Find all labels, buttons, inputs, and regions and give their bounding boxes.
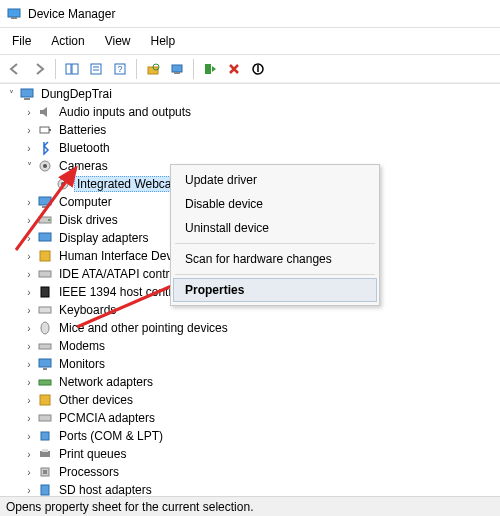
chevron-right-icon[interactable]: › (22, 429, 36, 443)
display-icon (37, 230, 53, 246)
chevron-right-icon[interactable]: › (22, 231, 36, 245)
svg-rect-34 (39, 359, 51, 367)
tree-label: IEEE 1394 host contro (56, 284, 182, 300)
chevron-right-icon[interactable]: › (22, 483, 36, 496)
pcmcia-icon (37, 410, 53, 426)
show-hide-tree-button[interactable] (61, 58, 83, 80)
chevron-right-icon[interactable]: › (22, 339, 36, 353)
chevron-right-icon[interactable]: › (22, 447, 36, 461)
svg-rect-13 (205, 64, 211, 74)
chevron-right-icon[interactable]: › (22, 123, 36, 137)
svg-rect-39 (41, 432, 49, 440)
tree-root[interactable]: ˅ DungDepTrai (0, 85, 500, 103)
ctx-separator (175, 274, 375, 275)
back-button[interactable] (4, 58, 26, 80)
camera-icon (55, 176, 71, 192)
ctx-scan-hardware[interactable]: Scan for hardware changes (173, 247, 377, 271)
category-other[interactable]: › Other devices (0, 391, 500, 409)
network-icon (37, 374, 53, 390)
bluetooth-icon (37, 140, 53, 156)
chevron-down-icon[interactable]: ˅ (22, 159, 36, 173)
controller-icon (37, 266, 53, 282)
svg-rect-27 (39, 233, 51, 241)
menu-help[interactable]: Help (147, 32, 180, 50)
toolbar-separator (193, 59, 194, 79)
title-bar: Device Manager (0, 0, 500, 28)
chevron-right-icon[interactable]: › (22, 195, 36, 209)
chevron-right-icon[interactable]: › (22, 375, 36, 389)
ctx-update-driver[interactable]: Update driver (173, 168, 377, 192)
category-sd-host[interactable]: › SD host adapters (0, 481, 500, 496)
svg-rect-12 (174, 72, 180, 74)
ctx-properties[interactable]: Properties (173, 278, 377, 302)
svg-rect-33 (39, 344, 51, 349)
svg-text:?: ? (117, 64, 122, 74)
forward-button[interactable] (28, 58, 50, 80)
ctx-disable-device[interactable]: Disable device (173, 192, 377, 216)
svg-rect-28 (40, 251, 50, 261)
enable-device-button[interactable] (199, 58, 221, 80)
svg-rect-30 (41, 287, 49, 297)
category-network[interactable]: › Network adapters (0, 373, 500, 391)
tree-label: Integrated Webca (74, 176, 175, 192)
svg-rect-4 (91, 64, 101, 74)
chevron-down-icon[interactable]: ˅ (4, 87, 18, 101)
tree-label: Modems (56, 338, 108, 354)
status-text: Opens property sheet for the current sel… (6, 500, 253, 514)
help-button[interactable]: ? (109, 58, 131, 80)
category-batteries[interactable]: › Batteries (0, 121, 500, 139)
chevron-right-icon[interactable]: › (22, 393, 36, 407)
scan-hardware-button[interactable] (142, 58, 164, 80)
category-processors[interactable]: › Processors (0, 463, 500, 481)
cpu-icon (37, 464, 53, 480)
svg-rect-1 (11, 17, 17, 19)
monitor-icon (37, 356, 53, 372)
svg-rect-16 (24, 98, 30, 100)
computer-icon (37, 194, 53, 210)
status-bar: Opens property sheet for the current sel… (0, 496, 500, 516)
chevron-right-icon[interactable]: › (22, 105, 36, 119)
chevron-right-icon[interactable]: › (22, 249, 36, 263)
disable-device-button[interactable] (247, 58, 269, 80)
chevron-right-icon[interactable]: › (22, 465, 36, 479)
tree-label: SD host adapters (56, 482, 155, 496)
category-monitors[interactable]: › Monitors (0, 355, 500, 373)
uninstall-device-button[interactable] (223, 58, 245, 80)
battery-icon (37, 122, 53, 138)
tree-label: Disk drives (56, 212, 121, 228)
svg-rect-43 (43, 470, 47, 474)
chevron-right-icon[interactable]: › (22, 303, 36, 317)
category-pcmcia[interactable]: › PCMCIA adapters (0, 409, 500, 427)
chevron-right-icon[interactable]: › (22, 285, 36, 299)
chevron-right-icon[interactable]: › (22, 357, 36, 371)
category-ports[interactable]: › Ports (COM & LPT) (0, 427, 500, 445)
category-audio[interactable]: › Audio inputs and outputs (0, 103, 500, 121)
menu-view[interactable]: View (101, 32, 135, 50)
mouse-icon (37, 320, 53, 336)
chevron-right-icon[interactable]: › (22, 321, 36, 335)
svg-rect-44 (41, 485, 49, 495)
tree-label: PCMCIA adapters (56, 410, 158, 426)
menu-file[interactable]: File (8, 32, 35, 50)
keyboard-icon (37, 302, 53, 318)
chevron-right-icon[interactable]: › (22, 213, 36, 227)
camera-icon (37, 158, 53, 174)
menu-action[interactable]: Action (47, 32, 88, 50)
category-bluetooth[interactable]: › Bluetooth (0, 139, 500, 157)
properties-button[interactable] (85, 58, 107, 80)
svg-rect-15 (21, 89, 33, 97)
chevron-right-icon[interactable]: › (22, 267, 36, 281)
svg-rect-24 (42, 206, 48, 208)
svg-rect-29 (39, 271, 51, 277)
category-mice[interactable]: › Mice and other pointing devices (0, 319, 500, 337)
tree-label: Processors (56, 464, 122, 480)
tree-label: Other devices (56, 392, 136, 408)
chevron-right-icon[interactable]: › (22, 141, 36, 155)
svg-rect-41 (42, 449, 48, 452)
svg-rect-2 (66, 64, 71, 74)
chevron-right-icon[interactable]: › (22, 411, 36, 425)
ctx-uninstall-device[interactable]: Uninstall device (173, 216, 377, 240)
category-modems[interactable]: › Modems (0, 337, 500, 355)
category-print-queues[interactable]: › Print queues (0, 445, 500, 463)
update-driver-button[interactable] (166, 58, 188, 80)
